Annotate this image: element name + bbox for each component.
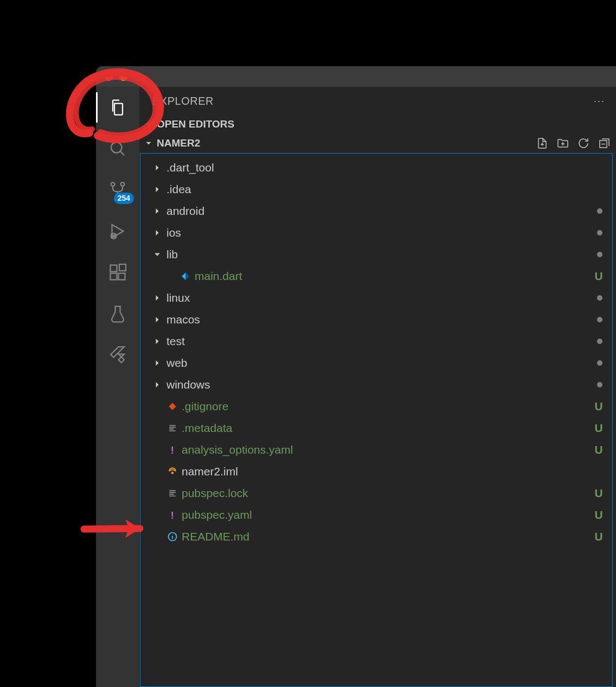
chevron-right-icon: [151, 336, 163, 347]
activity-flutter-icon[interactable]: [107, 344, 129, 366]
window-minimize-button[interactable]: [119, 73, 127, 81]
git-status-badge: U: [593, 487, 605, 500]
svg-text:!: !: [171, 444, 174, 455]
file-item[interactable]: main.dartU: [140, 265, 612, 287]
collapse-all-icon[interactable]: [598, 137, 611, 150]
window-maximize-button[interactable]: [134, 73, 142, 81]
svg-rect-5: [111, 265, 117, 272]
window-close-button[interactable]: [105, 73, 113, 81]
folder-item[interactable]: linux: [140, 287, 612, 309]
git-status-badge: U: [593, 400, 605, 413]
git-status-dot: [597, 317, 602, 322]
git-status-dot: [597, 230, 602, 236]
tree-item-label: pubspec.lock: [182, 487, 589, 500]
folder-item[interactable]: ios: [140, 222, 612, 244]
file-item[interactable]: .gitignoreU: [140, 396, 612, 417]
svg-point-1: [111, 182, 115, 186]
tree-item-label: namer2.iml: [182, 465, 605, 478]
source-control-badge: 254: [114, 193, 134, 204]
folder-item[interactable]: web: [140, 352, 612, 374]
chevron-down-icon: [144, 119, 153, 129]
explorer-sidebar: EXPLORER ··· OPEN EDITORS NAMER2: [139, 87, 616, 687]
svg-rect-8: [119, 264, 126, 271]
info-icon: [166, 531, 178, 543]
tree-item-label: .metadata: [182, 422, 589, 435]
tree-item-label: ios: [166, 226, 594, 239]
activity-source-control-icon[interactable]: 254: [107, 179, 129, 201]
tree-item-label: lib: [166, 248, 594, 261]
more-actions-icon[interactable]: ···: [594, 96, 605, 107]
titlebar: [96, 66, 616, 87]
chevron-down-icon: [144, 138, 153, 148]
tree-item-label: android: [166, 205, 594, 218]
file-item[interactable]: !pubspec.yamlU: [140, 504, 612, 526]
chevron-right-icon: [151, 184, 163, 195]
chevron-right-icon: [151, 379, 163, 390]
git-status-dot: [597, 208, 602, 214]
file-item[interactable]: pubspec.lockU: [140, 482, 612, 504]
section-actions: [536, 137, 611, 150]
svg-text:!: !: [171, 510, 174, 520]
gitignore-icon: [166, 400, 178, 412]
tree-item-label: README.md: [182, 530, 589, 543]
folder-item[interactable]: windows: [140, 374, 612, 396]
new-folder-icon[interactable]: [556, 137, 569, 150]
folder-item[interactable]: lib: [140, 244, 612, 265]
tree-item-label: linux: [166, 291, 594, 304]
sidebar-header: EXPLORER ···: [139, 87, 616, 115]
refresh-icon[interactable]: [577, 137, 590, 150]
activity-explorer-icon[interactable]: [107, 97, 129, 118]
activity-search-icon[interactable]: [107, 138, 129, 160]
svg-rect-6: [111, 273, 117, 280]
chevron-right-icon: [151, 314, 163, 325]
tree-item-label: pubspec.yaml: [182, 508, 589, 521]
svg-point-11: [172, 472, 174, 474]
section-open-editors-label: OPEN EDITORS: [157, 118, 234, 130]
sidebar-title: EXPLORER: [152, 95, 214, 107]
vscode-window: 254: [96, 66, 616, 687]
git-status-badge: U: [593, 443, 605, 456]
lines-icon: [166, 422, 178, 434]
chevron-right-icon: [151, 358, 163, 368]
file-item[interactable]: .metadataU: [140, 417, 612, 439]
file-item[interactable]: README.mdU: [140, 526, 612, 548]
file-item[interactable]: !analysis_options.yamlU: [140, 439, 612, 461]
tree-item-label: .gitignore: [182, 400, 589, 413]
section-open-editors[interactable]: OPEN EDITORS: [139, 115, 616, 133]
chevron-down-icon: [151, 249, 163, 260]
section-project[interactable]: NAMER2: [139, 133, 616, 153]
tree-item-label: macos: [166, 313, 594, 326]
tree-item-label: test: [166, 335, 594, 348]
git-status-dot: [597, 339, 602, 344]
tree-item-label: windows: [166, 378, 594, 391]
tree-item-label: .idea: [166, 183, 605, 196]
git-status-dot: [597, 295, 602, 301]
git-status-badge: U: [593, 270, 605, 283]
activity-run-debug-icon[interactable]: [107, 220, 129, 242]
chevron-right-icon: [151, 227, 163, 238]
new-file-icon[interactable]: [536, 137, 549, 150]
folder-item[interactable]: .idea: [140, 179, 612, 200]
git-status-badge: U: [593, 508, 605, 521]
folder-item[interactable]: android: [140, 200, 612, 222]
git-status-dot: [597, 252, 602, 257]
activity-extensions-icon[interactable]: [107, 262, 129, 283]
folder-item[interactable]: macos: [140, 309, 612, 330]
chevron-right-icon: [151, 162, 163, 173]
svg-point-2: [121, 182, 125, 186]
activity-testing-icon[interactable]: [107, 303, 129, 325]
folder-item[interactable]: test: [140, 330, 612, 352]
tree-item-label: .dart_tool: [166, 161, 605, 174]
yaml-icon: !: [166, 509, 178, 521]
folder-item[interactable]: .dart_tool: [140, 157, 612, 179]
lines-icon: [166, 487, 178, 499]
tree-item-label: main.dart: [195, 270, 589, 283]
yaml-icon: !: [166, 444, 178, 456]
section-project-label: NAMER2: [157, 137, 200, 149]
file-tree[interactable]: .dart_tool.ideaandroidioslibmain.dartUli…: [140, 153, 613, 687]
file-item[interactable]: namer2.iml: [140, 461, 612, 482]
git-status-dot: [597, 382, 602, 387]
chevron-right-icon: [151, 292, 163, 303]
tree-item-label: analysis_options.yaml: [182, 443, 589, 456]
git-status-badge: U: [593, 422, 605, 435]
